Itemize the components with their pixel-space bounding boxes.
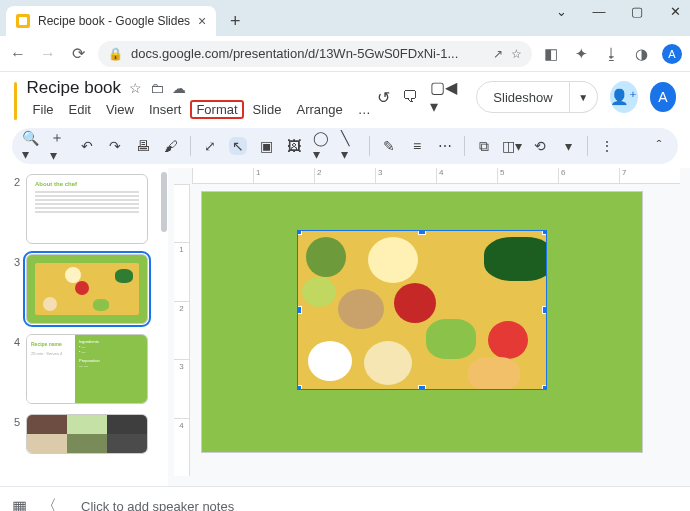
menu-more[interactable]: …	[352, 100, 377, 119]
browser-avatar[interactable]: A	[662, 44, 682, 64]
more-icon[interactable]: ⋮	[598, 137, 616, 155]
bottom-bar: ▦ 〈 Click to add speaker notes	[0, 486, 690, 511]
paint-format-icon[interactable]: 🖌	[162, 137, 180, 155]
separator	[464, 136, 465, 156]
thumbnail-4[interactable]: Recipe name 20 min · Serves 4 Ingredient…	[26, 334, 148, 404]
lock-icon: 🔒	[108, 47, 123, 61]
replace-image-icon[interactable]: ⧉	[475, 137, 493, 155]
filmstrip-slide[interactable]: 4 Recipe name 20 min · Serves 4 Ingredie…	[10, 334, 156, 404]
menu-slide[interactable]: Slide	[247, 100, 288, 119]
slide-number: 2	[10, 174, 20, 188]
crop-icon[interactable]: ◫▾	[503, 137, 521, 155]
menu-edit[interactable]: Edit	[63, 100, 97, 119]
share-button[interactable]: 👤⁺	[610, 81, 638, 113]
scrollbar-thumb[interactable]	[161, 172, 167, 232]
collapse-filmstrip-icon[interactable]: 〈	[41, 496, 57, 511]
close-icon[interactable]: ✕	[666, 4, 684, 19]
history-version-icon[interactable]: ↺	[377, 88, 390, 107]
menu-insert[interactable]: Insert	[143, 100, 188, 119]
menu-view[interactable]: View	[100, 100, 140, 119]
minimize-icon[interactable]: —	[590, 4, 608, 19]
resize-handle-ne[interactable]	[542, 230, 547, 235]
mask-icon[interactable]: ▾	[559, 137, 577, 155]
star-icon[interactable]: ☆	[511, 47, 522, 61]
workspace: 2 About the chef 3 4	[0, 168, 690, 486]
doc-title[interactable]: Recipe book	[27, 78, 122, 98]
resize-handle-w[interactable]	[297, 306, 302, 314]
search-menus-icon[interactable]: 🔍 ▾	[22, 137, 40, 155]
separator	[587, 136, 588, 156]
thumbnail-5[interactable]	[26, 414, 148, 454]
menu-bar: File Edit View Insert Format Slide Arran…	[27, 100, 377, 119]
resize-handle-se[interactable]	[542, 385, 547, 390]
undo-icon[interactable]: ↶	[78, 137, 96, 155]
slide-number: 5	[10, 414, 20, 428]
star-doc-icon[interactable]: ☆	[129, 80, 142, 96]
window-controls: ⌄ — ▢ ✕	[552, 4, 684, 19]
thumbnail-3-selected[interactable]	[26, 254, 148, 324]
download-icon[interactable]: ⭳	[602, 45, 620, 62]
url-text: docs.google.com/presentation/d/13Wn-5GwS…	[131, 46, 458, 61]
redo-icon[interactable]: ↷	[106, 137, 124, 155]
filmstrip-slide[interactable]: 5	[10, 414, 156, 454]
reset-image-icon[interactable]: ⟲	[531, 137, 549, 155]
filmstrip: 2 About the chef 3 4	[0, 168, 160, 486]
slideshow-dropdown[interactable]: ▼	[570, 81, 598, 113]
menu-file[interactable]: File	[27, 100, 60, 119]
puzzle-icon[interactable]: ✦	[572, 45, 590, 63]
browser-tab[interactable]: Recipe book - Google Slides ×	[6, 6, 216, 36]
border-dash-icon[interactable]: ⋯	[436, 137, 454, 155]
menu-format[interactable]: Format	[190, 100, 243, 119]
reload-icon[interactable]: ⟳	[68, 44, 88, 63]
thumbnail-2[interactable]: About the chef	[26, 174, 148, 244]
select-tool-icon[interactable]: ↖	[229, 137, 247, 155]
tab-close-icon[interactable]: ×	[198, 13, 206, 29]
new-tab-button[interactable]: +	[222, 8, 248, 34]
account-avatar[interactable]: A	[650, 82, 676, 112]
forward-icon[interactable]: →	[38, 45, 58, 63]
image-icon[interactable]: 🖼	[285, 137, 303, 155]
speaker-notes-input[interactable]: Click to add speaker notes	[71, 491, 678, 511]
textbox-icon[interactable]: ▣	[257, 137, 275, 155]
ruler-vertical: 1234	[174, 184, 190, 476]
resize-handle-sw[interactable]	[297, 385, 302, 390]
comments-icon[interactable]: 🗨	[402, 88, 418, 106]
address-bar[interactable]: 🔒 docs.google.com/presentation/d/13Wn-5G…	[98, 41, 532, 67]
history-icon[interactable]: ◑	[632, 45, 650, 63]
maximize-icon[interactable]: ▢	[628, 4, 646, 19]
resize-handle-n[interactable]	[418, 230, 426, 235]
border-weight-icon[interactable]: ≡	[408, 137, 426, 155]
new-slide-icon[interactable]: ＋▾	[50, 137, 68, 155]
current-slide[interactable]	[202, 192, 642, 452]
filmstrip-slide[interactable]: 2 About the chef	[10, 174, 156, 244]
share-url-icon[interactable]: ↗	[493, 47, 503, 61]
line-icon[interactable]: ╲ ▾	[341, 137, 359, 155]
ruler-horizontal: 123 4567	[192, 168, 680, 184]
move-icon[interactable]: 🗀	[150, 80, 164, 96]
selected-image[interactable]	[297, 230, 547, 390]
slideshow-split-button: Slideshow ▼	[476, 81, 597, 113]
slideshow-button[interactable]: Slideshow	[476, 81, 569, 113]
grid-view-icon[interactable]: ▦	[12, 497, 27, 511]
thumb-recipe: Recipe name	[31, 341, 71, 347]
tab-title: Recipe book - Google Slides	[38, 14, 190, 28]
separator	[190, 136, 191, 156]
chevron-down-icon[interactable]: ⌄	[552, 4, 570, 19]
resize-handle-nw[interactable]	[297, 230, 302, 235]
menu-arrange[interactable]: Arrange	[290, 100, 348, 119]
filmstrip-scrollbar[interactable]	[160, 168, 168, 486]
back-icon[interactable]: ←	[8, 45, 28, 63]
browser-actions: ◧ ✦ ⭳ ◑ A	[542, 44, 682, 64]
meet-icon[interactable]: ▢◀ ▾	[430, 78, 465, 116]
resize-handle-e[interactable]	[542, 306, 547, 314]
shape-icon[interactable]: ◯ ▾	[313, 137, 331, 155]
thumb-title: About the chef	[27, 175, 147, 189]
zoom-icon[interactable]: ⤢	[201, 137, 219, 155]
extension-icon[interactable]: ◧	[542, 45, 560, 63]
print-icon[interactable]: 🖶	[134, 137, 152, 155]
filmstrip-slide[interactable]: 3	[10, 254, 156, 324]
hide-menus-icon[interactable]: ˆ	[650, 137, 668, 155]
slides-app-icon[interactable]	[14, 82, 17, 120]
resize-handle-s[interactable]	[418, 385, 426, 390]
border-color-icon[interactable]: ✎	[380, 137, 398, 155]
